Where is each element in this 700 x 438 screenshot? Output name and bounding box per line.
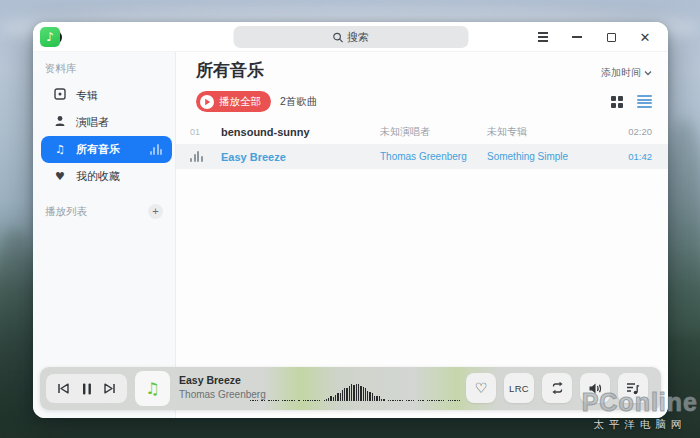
music-note-icon: ♪ [40, 27, 60, 47]
main-content: 所有音乐 添加时间 播放全部 2首歌曲 [176, 52, 668, 418]
favorite-button[interactable]: ♡ [466, 373, 496, 403]
song-duration: 01:42 [602, 151, 652, 162]
song-title: bensound-sunny [210, 126, 380, 138]
player-bar: ♫ Easy Breeze Thomas Greenberg ♡ LRC [40, 367, 661, 410]
song-list: 01 bensound-sunny 未知演唱者 未知专辑 02:20 Easy … [176, 119, 668, 169]
main-header: 所有音乐 添加时间 [176, 52, 668, 82]
window-controls: ✕ [526, 22, 662, 52]
heart-outline-icon: ♡ [475, 380, 488, 396]
repeat-icon [550, 382, 565, 394]
playing-equalizer-icon [190, 151, 210, 162]
volume-button[interactable] [580, 373, 610, 403]
player-buttons: ♡ LRC [466, 373, 648, 403]
song-album: 未知专辑 [487, 125, 602, 139]
hamburger-icon [538, 32, 548, 42]
playlist-section: 播放列表 + [45, 204, 163, 219]
pause-icon [82, 383, 92, 395]
menu-button[interactable] [526, 22, 560, 52]
play-all-label: 播放全部 [219, 95, 261, 109]
sidebar-item-all-music[interactable]: ♫ 所有音乐 [41, 136, 172, 163]
volume-icon [588, 382, 603, 395]
waveform-progress[interactable] [250, 381, 468, 401]
add-playlist-button[interactable]: + [148, 204, 163, 219]
sort-label: 添加时间 [601, 66, 641, 80]
close-button[interactable]: ✕ [628, 22, 662, 52]
close-icon: ✕ [640, 31, 651, 44]
song-artist: Thomas Greenberg [380, 151, 487, 162]
grid-view-icon[interactable] [611, 96, 623, 108]
minimize-button[interactable] [560, 22, 594, 52]
transport-controls [46, 374, 127, 403]
now-playing-album-art[interactable]: ♫ [135, 371, 170, 406]
sidebar-item-albums[interactable]: 专辑 [41, 82, 171, 109]
watermark-subtitle: 太平洋电脑网 [582, 418, 698, 432]
app-logo-icon: ♪ [40, 27, 62, 47]
previous-icon [57, 383, 70, 394]
repeat-button[interactable] [542, 373, 572, 403]
lyrics-button[interactable]: LRC [504, 373, 534, 403]
sidebar-item-label: 我的收藏 [76, 169, 120, 184]
next-icon [103, 383, 116, 394]
library-section-label: 资料库 [45, 62, 175, 76]
song-title: Easy Breeze [210, 151, 380, 163]
play-all-button[interactable]: 播放全部 [196, 91, 271, 112]
playing-indicator [190, 151, 210, 162]
lrc-label: LRC [509, 383, 529, 394]
heart-icon: ♥ [53, 170, 67, 183]
toolbar: 播放全部 2首歌曲 [176, 82, 668, 112]
sidebar: 资料库 专辑 演唱者 ♫ 所有音乐 ♥ [33, 52, 176, 418]
sidebar-item-label: 专辑 [76, 88, 98, 103]
table-row[interactable]: 01 bensound-sunny 未知演唱者 未知专辑 02:20 [176, 119, 668, 144]
music-app-window: ♪ 搜索 ✕ 资料库 [33, 22, 668, 418]
sidebar-item-artists[interactable]: 演唱者 [41, 109, 171, 136]
sidebar-item-label: 所有音乐 [76, 142, 120, 157]
view-toggles [611, 95, 652, 108]
album-icon [53, 88, 67, 103]
pause-button[interactable] [78, 380, 96, 398]
playlist-section-label: 播放列表 [45, 205, 87, 219]
search-icon [332, 32, 343, 43]
maximize-icon [607, 33, 616, 42]
artist-icon [53, 115, 67, 130]
titlebar: ♪ 搜索 ✕ [33, 22, 668, 52]
chevron-down-icon [644, 70, 652, 76]
song-duration: 02:20 [602, 126, 652, 137]
search-input[interactable]: 搜索 [233, 26, 468, 48]
previous-button[interactable] [55, 380, 73, 398]
play-icon [200, 95, 214, 109]
minimize-icon [572, 36, 582, 38]
page-title: 所有音乐 [196, 59, 264, 82]
next-button[interactable] [101, 380, 119, 398]
song-album: Something Simple [487, 151, 602, 162]
song-number: 01 [190, 127, 210, 137]
maximize-button[interactable] [594, 22, 628, 52]
playlist-icon [626, 382, 640, 395]
music-note-icon: ♫ [53, 143, 67, 156]
search-placeholder: 搜索 [347, 30, 369, 45]
song-artist: 未知演唱者 [380, 125, 487, 139]
play-queue-button[interactable] [618, 373, 648, 403]
list-view-icon[interactable] [637, 95, 652, 108]
song-count: 2首歌曲 [280, 95, 317, 109]
sort-dropdown[interactable]: 添加时间 [601, 66, 652, 80]
table-row[interactable]: Easy Breeze Thomas Greenberg Something S… [176, 144, 668, 169]
sidebar-item-favorites[interactable]: ♥ 我的收藏 [41, 163, 171, 190]
sidebar-item-label: 演唱者 [76, 115, 109, 130]
playing-equalizer-icon [150, 144, 163, 155]
